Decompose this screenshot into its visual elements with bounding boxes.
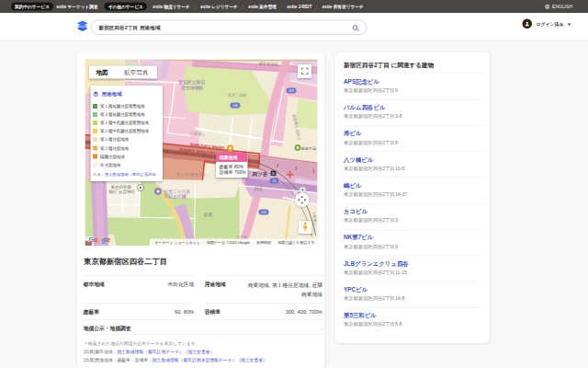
svg-text:東京四谷郵: 東京四谷郵 xyxy=(111,184,132,189)
svg-text:433: 433 xyxy=(288,89,294,93)
svg-text:416: 416 xyxy=(261,211,266,214)
svg-text:四谷三栄町: 四谷三栄町 xyxy=(228,92,248,97)
svg-text:20: 20 xyxy=(273,179,277,183)
svg-text:438: 438 xyxy=(232,104,238,108)
svg-text:銀行 須賀神社: 銀行 須賀神社 xyxy=(109,189,136,194)
svg-text:雙葉中高: 雙葉中高 xyxy=(301,145,317,150)
svg-text:歴史博物館: 歴史博物館 xyxy=(182,84,204,90)
svg-text:新宿区立新宿: 新宿区立新宿 xyxy=(179,78,206,84)
svg-text:四ツ谷: 四ツ谷 xyxy=(253,170,268,177)
svg-text:若葉: 若葉 xyxy=(204,211,213,216)
